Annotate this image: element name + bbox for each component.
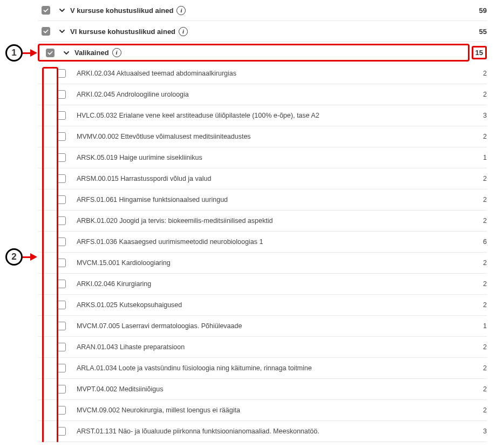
course-credits: 6 (465, 238, 487, 246)
course-checkbox[interactable] (57, 343, 66, 351)
course-name: MVMV.00.002 Ettevõtluse võimalusest medi… (70, 133, 465, 140)
course-credits: 2 (465, 364, 487, 372)
course-credits: 2 (465, 259, 487, 267)
course-checkbox-wrap (38, 69, 70, 78)
course-checkbox[interactable] (57, 364, 66, 372)
course-name: ARLA.01.034 Loote ja vastsündinu füsiolo… (70, 364, 465, 372)
course-checkbox-wrap (38, 153, 70, 162)
section-checkbox[interactable] (42, 6, 50, 15)
section-checkbox[interactable] (42, 27, 50, 36)
course-checkbox[interactable] (57, 237, 66, 246)
course-name: ARKI.02.046 Kirurgiaring (70, 280, 465, 288)
section-checkbox-wrap (38, 6, 54, 15)
section-label: Valikained (74, 49, 109, 57)
course-checkbox[interactable] (57, 195, 66, 204)
course-row: ARSM.00.015 Harrastusspordi võlud ja val… (38, 168, 487, 189)
course-credits: 2 (465, 217, 487, 225)
section-label-wrap: VI kursuse kohustuslikud ainedi (70, 27, 465, 36)
course-name: ARSM.00.015 Harrastusspordi võlud ja val… (70, 175, 465, 182)
info-icon[interactable]: i (179, 27, 188, 36)
chevron-down-icon[interactable] (54, 6, 70, 15)
course-row: ARKI.02.034 Aktuaalsed teemad abdominaal… (38, 63, 487, 84)
course-checkbox[interactable] (57, 427, 66, 436)
course-row: ARAN.01.043 Lihaste preparatsioon2 (38, 337, 487, 358)
course-checkbox-wrap (38, 406, 70, 415)
chevron-down-icon[interactable] (58, 49, 74, 57)
section-credits: 55 (465, 28, 487, 36)
course-checkbox-wrap (38, 90, 70, 99)
course-checkbox-wrap (38, 111, 70, 120)
course-checkbox-wrap (38, 364, 70, 372)
section-label-wrap: V kursuse kohustuslikud ainedi (70, 6, 465, 15)
course-name: ARAN.01.043 Lihaste preparatsioon (70, 343, 465, 351)
course-credits: 2 (465, 385, 487, 393)
course-checkbox-wrap (38, 301, 70, 309)
course-row: ARKI.02.045 Androloogiline uroloogia2 (38, 84, 487, 105)
chevron-down-icon[interactable] (54, 27, 70, 36)
course-row: ARFS.01.061 Hingamise funktsionaalsed uu… (38, 189, 487, 211)
highlight-section-wrap: Valikainedi (38, 44, 470, 62)
course-name: ARST.01.131 Näo- ja lõualuude piirkonna … (70, 427, 465, 435)
section-label: VI kursuse kohustuslikud ained (70, 28, 175, 36)
course-checkbox[interactable] (57, 301, 66, 309)
course-checkbox[interactable] (57, 280, 66, 288)
course-credits: 2 (465, 133, 487, 140)
course-row: ARLA.01.034 Loote ja vastsündinu füsiolo… (38, 358, 487, 379)
course-checkbox[interactable] (57, 322, 66, 330)
course-checkbox[interactable] (57, 406, 66, 415)
course-row: ARFS.01.036 Kaasaegsed uurimismeetodid n… (38, 232, 487, 253)
course-checkbox[interactable] (57, 69, 66, 78)
course-checkbox[interactable] (57, 90, 66, 99)
section-checkbox-wrap (38, 27, 54, 36)
course-row: MVCM.09.002 Neurokirurgia, millest loeng… (38, 400, 487, 421)
course-checkbox[interactable] (57, 385, 66, 393)
course-checkbox-wrap (38, 195, 70, 204)
course-checkbox-wrap (38, 216, 70, 225)
course-checkbox[interactable] (57, 111, 66, 120)
course-checkbox[interactable] (57, 153, 66, 162)
course-checkbox-wrap (38, 427, 70, 436)
course-checkbox-wrap (38, 322, 70, 330)
course-checkbox[interactable] (57, 132, 66, 141)
course-credits: 2 (465, 280, 487, 288)
callout-line-1 (23, 52, 30, 54)
course-row: MVCM.15.001 Kardioloogiaring2 (38, 253, 487, 274)
course-name: ARBK.01.020 Joogid ja tervis: biokeemili… (70, 217, 465, 225)
section-checkbox-wrap (42, 49, 58, 57)
course-checkbox-wrap (38, 237, 70, 246)
course-name: HVLC.05.032 Erialane vene keel arstitead… (70, 112, 465, 119)
section-label: V kursuse kohustuslikud ained (70, 6, 173, 15)
course-name: MVCM.07.005 Laserravi dermatoloogias. Põ… (70, 322, 465, 330)
course-checkbox[interactable] (57, 216, 66, 225)
course-name: ARKS.01.025 Kutsekopsuhaigused (70, 301, 465, 309)
course-name: ARFS.01.061 Hingamise funktsionaalsed uu… (70, 196, 465, 203)
course-checkbox[interactable] (57, 174, 66, 183)
course-credits: 2 (465, 91, 487, 98)
course-credits: 2 (465, 301, 487, 309)
course-name: ARKI.02.045 Androloogiline uroloogia (70, 91, 465, 98)
course-row: HVLC.05.032 Erialane vene keel arstitead… (38, 105, 487, 126)
callout-line-2 (23, 256, 30, 258)
callout-2: 2 (5, 248, 37, 266)
course-row: MVPT.04.002 Meditsiiniõigus2 (38, 379, 487, 400)
callout-circle-1: 1 (5, 44, 23, 62)
section-checkbox[interactable] (46, 49, 55, 57)
course-row: ARBK.01.020 Joogid ja tervis: biokeemili… (38, 211, 487, 232)
course-checkbox[interactable] (57, 259, 66, 267)
course-name: ARSK.05.019 Haige uurimine sisekliinikus (70, 154, 465, 161)
course-checkbox-wrap (38, 343, 70, 351)
course-credits: 2 (465, 343, 487, 351)
course-credits: 3 (465, 427, 487, 435)
course-name: MVCM.15.001 Kardioloogiaring (70, 259, 465, 267)
course-name: ARFS.01.036 Kaasaegsed uurimismeetodid n… (70, 238, 465, 246)
course-row: ARKI.02.046 Kirurgiaring2 (38, 274, 487, 295)
course-credits: 2 (465, 175, 487, 182)
section-credits: 59 (465, 6, 487, 15)
info-icon[interactable]: i (176, 6, 186, 15)
section-row: V kursuse kohustuslikud ainedi59 (38, 0, 487, 21)
callout-arrow-1 (30, 49, 37, 57)
info-icon[interactable]: i (112, 48, 121, 57)
course-row: ARKS.01.025 Kutsekopsuhaigused2 (38, 295, 487, 316)
course-credits: 2 (465, 196, 487, 203)
course-name: MVCM.09.002 Neurokirurgia, millest loeng… (70, 406, 465, 414)
